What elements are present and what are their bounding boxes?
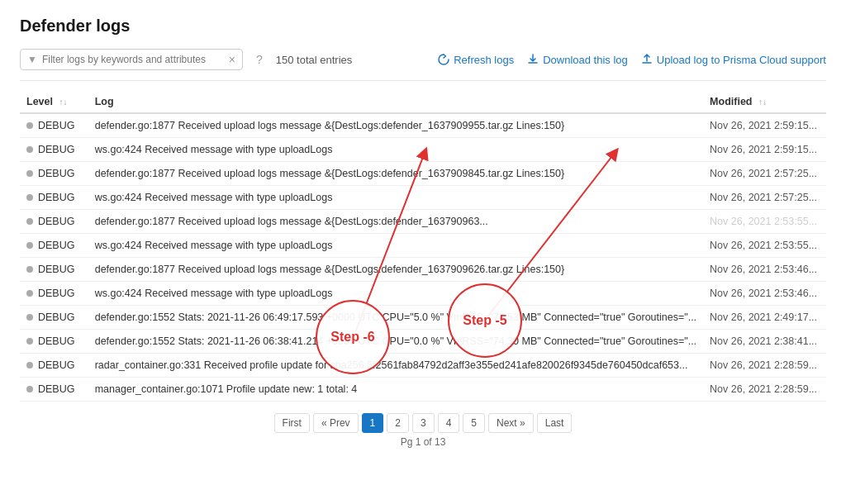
level-text: DEBUG <box>38 168 74 179</box>
first-page-button[interactable]: First <box>274 413 310 433</box>
log-cell: ws.go:424 Received message with type upl… <box>88 282 703 306</box>
log-text: ws.go:424 Received message with type upl… <box>95 192 333 203</box>
level-dot <box>26 338 33 345</box>
refresh-icon <box>438 54 449 65</box>
table-row: DEBUGws.go:424 Received message with typ… <box>20 282 826 306</box>
level-dot <box>26 194 33 201</box>
level-text: DEBUG <box>38 264 74 275</box>
level-dot <box>26 290 33 297</box>
filter-clear-icon[interactable]: × <box>229 53 235 66</box>
level-text: DEBUG <box>38 144 74 155</box>
log-cell: defender.go:1877 Received upload logs me… <box>88 210 703 234</box>
column-level: Level ↑↓ <box>20 91 88 113</box>
filter-input[interactable] <box>42 54 229 65</box>
log-cell: defender.go:1552 Stats: 2021-11-26 06:49… <box>88 306 703 330</box>
log-text: defender.go:1877 Received upload logs me… <box>95 120 565 131</box>
level-cell: DEBUG <box>20 234 88 258</box>
level-dot <box>26 146 33 153</box>
log-cell: ws.go:424 Received message with type upl… <box>88 138 703 162</box>
level-text: DEBUG <box>38 383 74 395</box>
level-text: DEBUG <box>38 192 74 203</box>
log-text: defender.go:1552 Stats: 2021-11-26 06:38… <box>95 335 696 347</box>
page-info: Pg 1 of 13 <box>401 436 446 448</box>
level-dot <box>26 386 33 392</box>
log-cell: defender.go:1552 Stats: 2021-11-26 06:38… <box>88 330 703 354</box>
download-icon <box>527 54 539 65</box>
modified-cell: Nov 26, 2021 2:53:55... <box>703 234 826 258</box>
log-text: ws.go:424 Received message with type upl… <box>95 144 333 155</box>
refresh-logs-button[interactable]: Refresh logs <box>438 54 514 66</box>
page-3-button[interactable]: 3 <box>412 413 435 433</box>
page-5-button[interactable]: 5 <box>463 413 485 433</box>
log-cell: ws.go:424 Received message with type upl… <box>88 234 703 258</box>
log-text: ws.go:424 Received message with type upl… <box>95 240 333 251</box>
modified-cell: Nov 26, 2021 2:38:41... <box>703 330 826 354</box>
sort-icon-modified[interactable]: ↑↓ <box>758 97 767 107</box>
page-title: Defender logs <box>20 17 826 36</box>
log-cell: ws.go:424 Received message with type upl… <box>88 186 703 210</box>
upload-icon <box>641 54 653 65</box>
level-cell: DEBUG <box>20 354 88 378</box>
prev-page-button[interactable]: « Prev <box>313 413 359 433</box>
level-cell: DEBUG <box>20 258 88 282</box>
level-cell: DEBUG <box>20 162 88 186</box>
column-log: Log <box>88 91 703 113</box>
filter-box[interactable]: ▼ × <box>20 49 243 70</box>
table-row: DEBUGws.go:424 Received message with typ… <box>20 234 826 258</box>
level-dot <box>26 170 33 177</box>
level-text: DEBUG <box>38 359 74 371</box>
level-cell: DEBUG <box>20 306 88 330</box>
log-text: manager_container.go:1071 Profile update… <box>95 383 358 395</box>
level-text: DEBUG <box>38 120 74 131</box>
download-button[interactable]: Download this log <box>527 54 628 66</box>
modified-cell: Nov 26, 2021 2:53:46... <box>703 258 826 282</box>
log-text: defender.go:1877 Received upload logs me… <box>95 216 488 227</box>
table-container: Level ↑↓ Log Modified ↑↓ DEBUGdefender.g… <box>20 91 826 402</box>
level-cell: DEBUG <box>20 138 88 162</box>
level-text: DEBUG <box>38 311 74 323</box>
level-dot <box>26 122 33 129</box>
table-row: DEBUGdefender.go:1877 Received upload lo… <box>20 258 826 282</box>
next-page-button[interactable]: Next » <box>488 413 534 433</box>
level-cell: DEBUG <box>20 282 88 306</box>
table-header-row: Level ↑↓ Log Modified ↑↓ <box>20 91 826 113</box>
log-cell: radar_container.go:331 Received profile … <box>88 354 703 378</box>
log-cell: defender.go:1877 Received upload logs me… <box>88 258 703 282</box>
level-cell: DEBUG <box>20 210 88 234</box>
table-row: DEBUGmanager_container.go:1071 Profile u… <box>20 378 826 402</box>
sort-icon-level[interactable]: ↑↓ <box>59 97 67 107</box>
modified-cell: Nov 26, 2021 2:28:59... <box>703 378 826 402</box>
level-text: DEBUG <box>38 240 74 251</box>
log-cell: defender.go:1877 Received upload logs me… <box>88 162 703 186</box>
toolbar: ▼ × ? 150 total entries Refresh logs Dow… <box>20 49 826 81</box>
modified-cell: Nov 26, 2021 2:28:59... <box>703 354 826 378</box>
log-text: defender.go:1552 Stats: 2021-11-26 06:49… <box>95 311 696 323</box>
log-cell: manager_container.go:1071 Profile update… <box>88 378 703 402</box>
log-text: defender.go:1877 Received upload logs me… <box>95 264 565 275</box>
level-cell: DEBUG <box>20 113 88 138</box>
modified-cell: Nov 26, 2021 2:59:15... <box>703 113 826 138</box>
help-icon[interactable]: ? <box>256 53 263 66</box>
table-row: DEBUGws.go:424 Received message with typ… <box>20 186 826 210</box>
page-controls: First « Prev 1 2 3 4 5 Next » Last <box>274 413 573 433</box>
modified-cell: Nov 26, 2021 2:57:25... <box>703 162 826 186</box>
page-2-button[interactable]: 2 <box>387 413 409 433</box>
log-text: radar_container.go:331 Received profile … <box>95 359 688 371</box>
table-row: DEBUGdefender.go:1552 Stats: 2021-11-26 … <box>20 306 826 330</box>
table-row: DEBUGdefender.go:1877 Received upload lo… <box>20 162 826 186</box>
table-row: DEBUGdefender.go:1877 Received upload lo… <box>20 113 826 138</box>
step6-annotation: Step -6 <box>316 300 390 374</box>
last-page-button[interactable]: Last <box>537 413 573 433</box>
table-row: DEBUGdefender.go:1877 Received upload lo… <box>20 210 826 234</box>
log-cell: defender.go:1877 Received upload logs me… <box>88 113 703 138</box>
upload-button[interactable]: Upload log to Prisma Cloud support <box>641 54 826 66</box>
total-entries: 150 total entries <box>276 54 353 66</box>
page-1-button[interactable]: 1 <box>362 413 384 433</box>
table-row: DEBUGdefender.go:1552 Stats: 2021-11-26 … <box>20 330 826 354</box>
modified-cell: Nov 26, 2021 2:53:46... <box>703 282 826 306</box>
level-text: DEBUG <box>38 335 74 347</box>
step5-annotation: Step -5 <box>448 283 522 358</box>
logs-table: Level ↑↓ Log Modified ↑↓ DEBUGdefender.g… <box>20 91 826 402</box>
page-4-button[interactable]: 4 <box>438 413 460 433</box>
pagination: First « Prev 1 2 3 4 5 Next » Last Pg 1 … <box>20 413 826 448</box>
